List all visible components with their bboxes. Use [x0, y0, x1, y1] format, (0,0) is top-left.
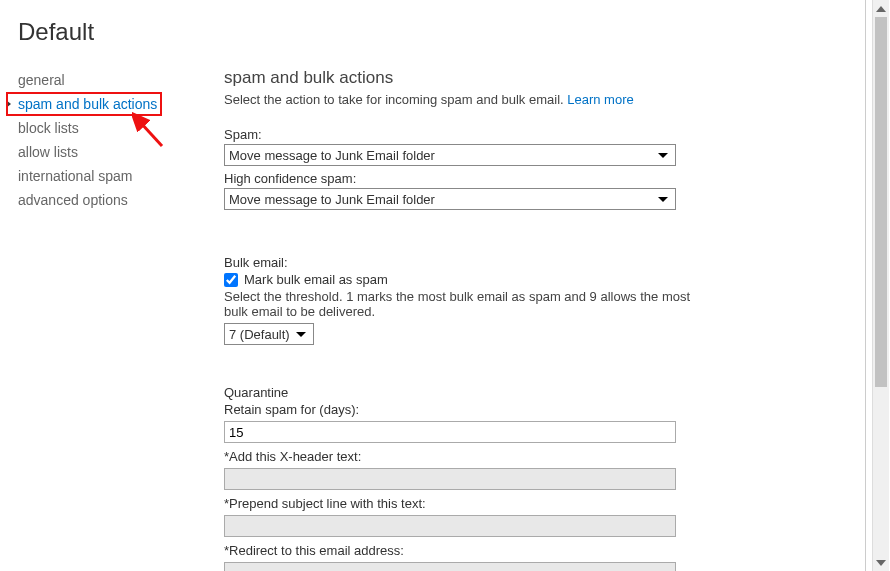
quarantine-heading: Quarantine [224, 385, 812, 400]
xheader-input [224, 468, 676, 490]
scroll-up-button[interactable] [873, 0, 889, 17]
bulk-threshold-select[interactable]: 7 (Default) [224, 323, 314, 345]
bulk-threshold-helper: Select the threshold. 1 marks the most b… [224, 289, 714, 319]
scroll-thumb[interactable] [875, 17, 887, 387]
high-confidence-spam-select[interactable]: Move message to Junk Email folder [224, 188, 676, 210]
scrollbar[interactable] [872, 0, 889, 571]
learn-more-link[interactable]: Learn more [567, 92, 633, 107]
high-confidence-spam-label: High confidence spam: [224, 171, 812, 186]
chevron-down-icon [658, 197, 668, 202]
selection-indicator-icon [6, 100, 11, 108]
redirect-label: *Redirect to this email address: [224, 543, 812, 558]
spam-label: Spam: [224, 127, 812, 142]
spam-select[interactable]: Move message to Junk Email folder [224, 144, 676, 166]
mark-bulk-spam-checkbox[interactable] [224, 273, 238, 287]
redirect-input [224, 562, 676, 571]
sidebar-item-block-lists[interactable]: block lists [18, 116, 182, 140]
page-title: Default [18, 18, 890, 46]
divider [865, 0, 866, 571]
mark-bulk-spam-label: Mark bulk email as spam [244, 272, 388, 287]
section-description: Select the action to take for incoming s… [224, 92, 812, 107]
high-confidence-spam-select-value: Move message to Junk Email folder [229, 192, 435, 207]
xheader-label: *Add this X-header text: [224, 449, 812, 464]
sidebar-item-allow-lists[interactable]: allow lists [18, 140, 182, 164]
bulk-email-label: Bulk email: [224, 255, 812, 270]
spam-select-value: Move message to Junk Email folder [229, 148, 435, 163]
sidebar-item-general[interactable]: general [18, 68, 182, 92]
retain-spam-label: Retain spam for (days): [224, 402, 812, 417]
chevron-down-icon [658, 153, 668, 158]
chevron-down-icon [296, 332, 306, 337]
sidebar: general spam and bulk actions block list… [18, 68, 182, 571]
prepend-subject-label: *Prepend subject line with this text: [224, 496, 812, 511]
scroll-down-button[interactable] [873, 554, 889, 571]
section-title: spam and bulk actions [224, 68, 812, 88]
main-panel: spam and bulk actions Select the action … [182, 68, 822, 571]
sidebar-item-spam-bulk[interactable]: spam and bulk actions [18, 92, 182, 116]
sidebar-item-international-spam[interactable]: international spam [18, 164, 182, 188]
prepend-subject-input [224, 515, 676, 537]
sidebar-item-label: spam and bulk actions [18, 96, 157, 112]
sidebar-item-advanced-options[interactable]: advanced options [18, 188, 182, 212]
bulk-threshold-value: 7 (Default) [229, 327, 290, 342]
retain-spam-input[interactable] [224, 421, 676, 443]
